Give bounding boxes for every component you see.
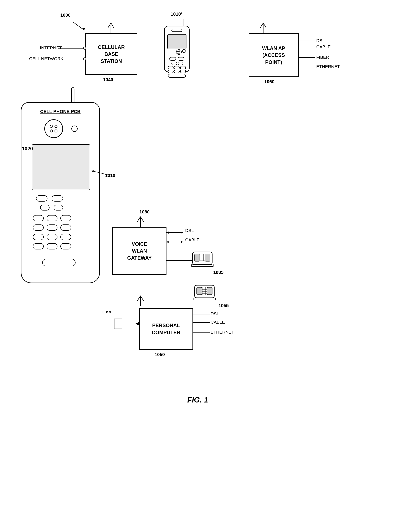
keypad-row3 [33, 234, 71, 240]
telephone-1055-icon [193, 283, 219, 304]
svg-marker-40 [181, 241, 183, 243]
svg-point-11 [178, 50, 180, 52]
cell-network-label: CELL NETWORK [29, 56, 64, 61]
cable-3-label: CABLE [211, 320, 225, 325]
svg-rect-23 [174, 70, 179, 73]
svg-rect-7 [172, 29, 182, 32]
internet-label: INTERNET [40, 45, 62, 50]
antenna-wlan-ap [258, 19, 268, 34]
svg-line-34 [140, 217, 144, 222]
phone-to-gateway-line [100, 251, 112, 251]
large-phone-body: CELL PHONE PCB [21, 102, 100, 283]
svg-point-12 [176, 52, 178, 53]
svg-point-13 [178, 52, 180, 53]
ref-1080-label: 1080 [140, 209, 150, 215]
svg-line-3 [108, 23, 111, 28]
svg-rect-16 [178, 57, 184, 60]
keypad-row2 [33, 225, 71, 231]
ethernet-wlan-line [299, 67, 315, 67]
telephone-1085-icon [192, 250, 216, 271]
patent-diagram: 1000 CELLULAR BASE STATION INTERNET CELL… [0, 0, 396, 532]
svg-marker-39 [166, 241, 169, 243]
svg-rect-15 [170, 57, 176, 60]
dsl-pc-line [193, 314, 210, 314]
keypad-row1 [33, 215, 71, 221]
svg-rect-42 [195, 254, 200, 261]
antenna-voice-wlan [135, 212, 146, 228]
nav-buttons-row2 [40, 205, 63, 211]
personal-computer-box: PERSONAL COMPUTER [139, 308, 193, 350]
fiber-label: FIBER [316, 55, 329, 60]
ref-1040-label: 1040 [103, 77, 113, 83]
svg-point-10 [176, 50, 178, 52]
svg-line-55 [137, 296, 140, 301]
ethernet-1-label: ETHERNET [316, 64, 340, 69]
antenna-personal-computer [135, 291, 146, 307]
figure-caption: FIG. 1 [166, 396, 229, 404]
ref-1010-prime-label: 1010' [171, 12, 182, 17]
dsl-3-label: DSL [211, 311, 219, 316]
ref-1050-label: 1050 [155, 352, 165, 357]
ethernet-2-label: ETHERNET [211, 330, 234, 335]
svg-rect-21 [181, 66, 186, 69]
phone-to-boxes-vline [100, 251, 100, 324]
svg-line-4 [111, 23, 114, 28]
cell-network-connector [83, 58, 86, 60]
svg-marker-36 [166, 231, 169, 234]
svg-rect-8 [168, 34, 186, 49]
svg-rect-20 [174, 66, 179, 69]
svg-rect-24 [181, 70, 186, 73]
ref-1085-label: 1085 [213, 270, 223, 275]
personal-computer-text: PERSONAL COMPUTER [152, 322, 180, 336]
svg-rect-25 [168, 74, 186, 77]
svg-line-56 [140, 296, 144, 301]
dsl-1-label: DSL [316, 38, 325, 43]
dsl-2-label: DSL [185, 228, 194, 233]
svg-line-33 [137, 217, 140, 222]
ref-1060-label: 1060 [264, 79, 274, 84]
nav-buttons-row1 [36, 195, 63, 201]
ethernet-pc-line [193, 332, 210, 332]
svg-rect-22 [168, 70, 173, 73]
wlan-ap-box: WLAN AP (ACCESS POINT) [249, 33, 299, 77]
svg-rect-43 [205, 254, 210, 261]
keypad-row4 [33, 243, 71, 249]
cable-2-label: CABLE [185, 237, 200, 242]
ref-1020-label: 1020 [22, 146, 33, 152]
svg-point-14 [182, 49, 186, 53]
ref-1055-label: 1055 [219, 303, 229, 308]
svg-rect-17 [172, 62, 177, 65]
voice-wlan-gateway-box: VOICE WLAN GATEWAY [112, 227, 166, 275]
small-phone-icon [158, 19, 196, 83]
cell-phone-pcb-label: CELL PHONE PCB [40, 109, 81, 114]
svg-line-0 [73, 22, 84, 30]
cable-pc-line [193, 322, 210, 323]
pcb-indicator [71, 125, 78, 132]
gateway-to-tel1085-line [166, 260, 192, 261]
cell-network-line [67, 59, 83, 59]
cable-wlan-line [299, 47, 315, 47]
internet-line [58, 48, 83, 48]
svg-marker-37 [181, 231, 183, 234]
svg-line-27 [260, 23, 263, 28]
svg-rect-60 [207, 287, 212, 295]
svg-line-30 [92, 171, 108, 175]
fiber-wlan-line [299, 57, 315, 58]
ref-1000-label: 1000 [60, 12, 70, 18]
phone-speaker-bottom [42, 259, 76, 266]
cellular-base-station-box: CELLULAR BASE STATION [85, 33, 137, 75]
antenna-base-station [106, 19, 116, 34]
phone-to-pc-hline [100, 324, 140, 324]
voice-wlan-text: VOICE WLAN GATEWAY [127, 241, 151, 261]
ref-1010-arrow [89, 169, 110, 179]
dsl-wlan-line [299, 41, 315, 41]
pcb-camera [44, 119, 63, 138]
svg-line-28 [263, 23, 266, 28]
internet-connector [83, 47, 86, 50]
svg-rect-59 [197, 287, 202, 295]
usb-label: USB [102, 310, 111, 315]
svg-rect-18 [178, 62, 183, 65]
svg-rect-19 [168, 66, 173, 69]
wlan-ap-text: WLAN AP (ACCESS POINT) [262, 45, 285, 66]
cable-1-label: CABLE [316, 44, 331, 49]
